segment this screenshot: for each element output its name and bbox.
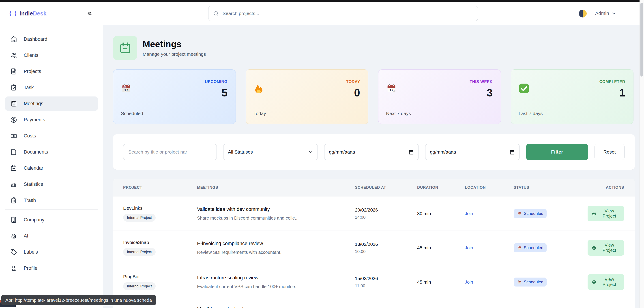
meeting-search-field (123, 144, 217, 160)
calendar-icon (119, 42, 132, 54)
sidebar-item-label: Dashboard (24, 36, 47, 42)
sidebar: ⟨_⟩ IndieDesk Dashboard Clients Projects… (0, 2, 103, 308)
status-badge: Scheduled (514, 209, 546, 218)
stat-label: THIS WEEK (470, 80, 493, 84)
sidebar-item-clients[interactable]: Clients (5, 48, 98, 62)
user-menu[interactable]: Admin (595, 10, 616, 16)
sidebar-item-meetings[interactable]: Meetings (5, 96, 98, 111)
calendar-picker-icon[interactable] (510, 149, 515, 155)
stat-emoji-icon (121, 83, 132, 94)
meeting-time: 14:00 (355, 215, 417, 220)
filter-bar: All Statuses gg/mm/aaaa gg/mm/aaaa Filte… (113, 134, 635, 170)
chevron-down-icon (611, 11, 616, 16)
sidebar-item-icon (10, 84, 17, 91)
calendar-emoji-icon (517, 211, 522, 216)
table-row: PingBot Internal Project Infrastructure … (113, 265, 635, 299)
sidebar-item-dashboard[interactable]: Dashboard (5, 32, 98, 46)
sidebar-item-statistics[interactable]: Statistics (5, 177, 98, 192)
view-project-button[interactable]: View Project (588, 274, 624, 290)
browser-status-tooltip: Apri http://template-laravel12-breeze.te… (1, 295, 156, 305)
meeting-description: Review SDI requirements with accountant. (197, 250, 355, 255)
sidebar-item-trash[interactable]: Trash (5, 193, 98, 208)
sidebar-item-company[interactable]: Company (5, 213, 98, 227)
theme-toggle-moon-icon[interactable] (579, 10, 587, 18)
column-header-scheduled-at: SCHEDULED AT (355, 185, 417, 190)
stats-row: UPCOMING 5 Scheduled TODAY 0 Today THIS … (113, 70, 635, 124)
page-icon-box (113, 36, 137, 60)
sidebar-item-label: Profile (24, 266, 38, 271)
actions-cell: View Project (588, 274, 635, 290)
chevrons-left-icon (86, 10, 93, 17)
scrollbar-thumb[interactable] (640, 3, 643, 76)
location-cell: Join (465, 245, 514, 250)
duration-cell: 45 min (417, 279, 465, 285)
stat-value: 1 (619, 86, 625, 99)
chevron-down-icon (308, 150, 313, 154)
page-title: Meetings (143, 39, 206, 49)
join-link[interactable]: Join (465, 245, 473, 250)
column-header-status: STATUS (514, 185, 588, 190)
view-project-button[interactable]: View Project (588, 240, 624, 256)
sidebar-item-costs[interactable]: Costs (5, 129, 98, 143)
duration-cell: 45 min (417, 245, 465, 250)
brand-name: IndieDesk (20, 10, 46, 17)
page-header: Meetings Manage your project meetings (113, 36, 635, 60)
date-to-input[interactable]: gg/mm/aaaa (425, 144, 520, 160)
sidebar-item-calendar[interactable]: Calendar (5, 161, 98, 175)
status-badge: Scheduled (514, 243, 546, 252)
table-row: DevLinks Internal Project Validate idea … (113, 196, 635, 230)
meeting-cell: E-invoicing compliance review Review SDI… (197, 240, 355, 255)
status-select[interactable]: All Statuses (223, 144, 318, 160)
sidebar-item-ai[interactable]: AI (5, 229, 98, 243)
meeting-time: 11:00 (355, 284, 417, 288)
sidebar-header: ⟨_⟩ IndieDesk (0, 2, 103, 25)
sidebar-item-profile[interactable]: Profile (5, 261, 98, 275)
meeting-title: Monthly growth check-in (197, 306, 355, 308)
stat-caption: Last 7 days (518, 111, 542, 116)
stat-emoji-icon (386, 83, 397, 94)
scheduled-cell: 20/02/2026 14:00 (355, 207, 417, 220)
join-link[interactable]: Join (465, 280, 473, 284)
sidebar-collapse-button[interactable] (85, 9, 94, 18)
table-body: DevLinks Internal Project Validate idea … (113, 196, 635, 299)
sidebar-item-task[interactable]: Task (5, 80, 98, 95)
view-project-button[interactable]: View Project (588, 206, 624, 222)
sidebar-divider (5, 209, 98, 210)
global-search (208, 6, 478, 21)
join-link[interactable]: Join (465, 211, 473, 216)
calendar-picker-icon[interactable] (408, 149, 414, 155)
sidebar-item-icon (10, 165, 17, 172)
sidebar-item-label: Costs (24, 133, 36, 139)
app-logo[interactable]: ⟨_⟩ IndieDesk (9, 10, 46, 17)
date-from-input[interactable]: gg/mm/aaaa (324, 144, 419, 160)
table-row-partial: Monthly growth check-in (113, 299, 635, 308)
sidebar-nav: Dashboard Clients Projects Task Meetings… (0, 25, 103, 275)
stat-value: 3 (486, 86, 493, 99)
column-header-meetings: MEETINGS (197, 185, 355, 190)
stat-value: 0 (354, 86, 360, 99)
stat-label: TODAY (346, 80, 360, 84)
sidebar-item-label: Clients (24, 52, 38, 58)
reset-button[interactable]: Reset (594, 144, 624, 160)
sidebar-item-icon (10, 132, 17, 139)
sidebar-item-labels[interactable]: Labels (5, 245, 98, 259)
project-name: InvoiceSnap (123, 240, 197, 245)
column-header-location: LOCATION (465, 185, 514, 190)
sidebar-item-projects[interactable]: Projects (5, 64, 98, 78)
table-header: PROJECT MEETINGS SCHEDULED AT DURATION L… (113, 178, 635, 196)
search-input[interactable] (222, 10, 473, 16)
page-subtitle: Manage your project meetings (143, 52, 206, 57)
meeting-description: Evaluate if current VPS can handle 100+ … (197, 284, 355, 289)
meeting-title: Validate idea with dev community (197, 206, 355, 212)
meeting-description: Share mockups in Discord communities and… (197, 216, 355, 221)
calendar-emoji-icon (517, 246, 522, 250)
topbar: Admin (103, 2, 640, 25)
user-menu-label: Admin (595, 10, 609, 16)
sidebar-item-documents[interactable]: Documents (5, 145, 98, 159)
meeting-search-input[interactable] (128, 149, 212, 155)
column-header-actions: ACTIONS (588, 185, 635, 190)
sidebar-item-icon (10, 265, 17, 272)
filter-button[interactable]: Filter (526, 144, 588, 160)
status-badge: Scheduled (514, 278, 546, 286)
sidebar-item-payments[interactable]: Payments (5, 112, 98, 127)
